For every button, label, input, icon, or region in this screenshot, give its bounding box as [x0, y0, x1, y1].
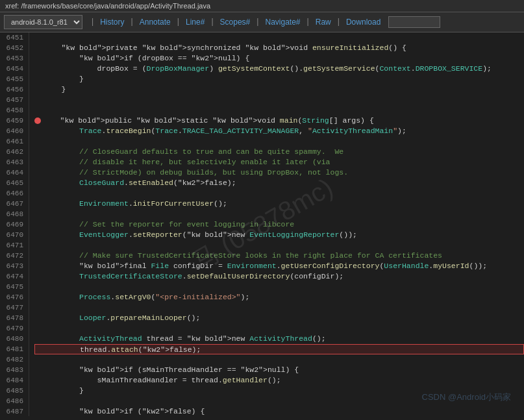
code-line: "kw bold">if ("kw2">false) { — [34, 406, 524, 416]
code-line: // Make sure TrustedCertificateStore loo… — [34, 251, 524, 261]
line-number: 6462 — [3, 147, 23, 157]
nav-separator-4: | — [255, 18, 260, 27]
line-number: 6468 — [3, 209, 23, 219]
code-line: // StrictMode) on debug builds, but usin… — [34, 167, 524, 178]
code-line: "kw bold">if (sMainThreadHandler == "kw2… — [34, 365, 524, 375]
line-number: 6475 — [3, 282, 23, 292]
code-line — [34, 303, 524, 313]
line-number: 6473 — [3, 261, 23, 271]
line-number: 6457 — [3, 95, 23, 105]
code-container: 马 (05878mc) CSDN @Android小码家 64516452645… — [0, 32, 524, 416]
line-number: 6485 — [3, 386, 23, 396]
code-line — [34, 323, 524, 334]
nav-link-download[interactable]: Download — [343, 16, 383, 28]
code-line — [34, 105, 524, 116]
line-number: 6464 — [3, 167, 23, 178]
line-number: 6463 — [3, 157, 23, 167]
nav-separator-1: | — [130, 18, 134, 27]
code-line: EventLogger.setReporter("kw bold">new Ev… — [34, 230, 524, 240]
line-number: 6461 — [3, 136, 23, 147]
nav-link-navigate[interactable]: Navigate# — [262, 16, 303, 28]
line-number: 6474 — [3, 271, 23, 282]
code-line: } — [34, 386, 524, 396]
code-line: "kw bold">if (dropBox == "kw2">null) { — [34, 53, 524, 64]
code-line: Looper.prepareMainLooper(); — [34, 313, 524, 323]
code-line: sMainThreadHandler = thread.getHandler()… — [34, 375, 524, 386]
line-number: 6477 — [3, 303, 23, 313]
line-number: 6486 — [3, 396, 23, 406]
line-number: 6487 — [3, 406, 23, 416]
code-line — [34, 32, 524, 43]
code-line — [34, 95, 524, 105]
top-bar: xref: /frameworks/base/core/java/android… — [0, 0, 524, 12]
line-number: 6455 — [3, 74, 23, 84]
code-line: "kw bold">private "kw bold">synchronized… — [34, 43, 524, 53]
code-line — [34, 354, 524, 365]
line-numbers: 6451645264536454645564566457645864596460… — [0, 32, 29, 416]
line-number: 6478 — [3, 313, 23, 323]
line-number: 6459 — [3, 116, 23, 126]
line-number: 6481 — [3, 344, 23, 354]
code-line: ActivityThread thread = "kw bold">new Ac… — [34, 334, 524, 344]
code-line: } — [34, 84, 524, 95]
code-line: Trace.traceBegin(Trace.TRACE_TAG_ACTIVIT… — [34, 126, 524, 136]
line-number: 6471 — [3, 240, 23, 251]
line-number: 6453 — [3, 53, 23, 64]
line-number: 6452 — [3, 43, 23, 53]
code-line: TrustedCertificateStore.setDefaultUserDi… — [34, 271, 524, 282]
line-number: 6458 — [3, 105, 23, 116]
line-number: 6470 — [3, 230, 23, 240]
line-number: 6465 — [3, 178, 23, 188]
code-line — [34, 396, 524, 406]
code-line — [34, 136, 524, 147]
nav-link-scopes[interactable]: Scopes# — [218, 16, 253, 28]
nav-separator-3: | — [210, 18, 214, 27]
line-number: 6467 — [3, 199, 23, 209]
line-number: 6456 — [3, 84, 23, 95]
nav-link-raw[interactable]: Raw — [313, 16, 334, 28]
code-line: dropBox = (DropBoxManager) getSystemCont… — [34, 64, 524, 74]
code-line — [34, 209, 524, 219]
line-number: 6451 — [3, 32, 23, 43]
line-number: 6460 — [3, 126, 23, 136]
nav-link-history[interactable]: History — [97, 16, 127, 28]
line-number: 6480 — [3, 334, 23, 344]
nav-search-input[interactable] — [388, 16, 440, 28]
code-line — [34, 240, 524, 251]
code-line: "kw bold">public "kw bold">static "kw bo… — [34, 116, 524, 126]
nav-separator-6: | — [336, 18, 341, 27]
line-number: 6476 — [3, 292, 23, 303]
nav-link-annotate[interactable]: Annotate — [137, 16, 173, 28]
line-number: 6483 — [3, 365, 23, 375]
code-line: // disable it here, but selectively enab… — [34, 157, 524, 167]
code-line: "kw bold">final File configDir = Environ… — [34, 261, 524, 271]
version-select[interactable]: android-8.1.0_r81 — [4, 15, 82, 29]
line-number: 6472 — [3, 251, 23, 261]
line-number: 6469 — [3, 219, 23, 230]
line-number: 6454 — [3, 64, 23, 74]
code-line: // CloseGuard defaults to true and can b… — [34, 147, 524, 157]
line-number: 6479 — [3, 323, 23, 334]
nav-separator-0: | — [90, 18, 95, 27]
code-line: } — [34, 74, 524, 84]
code-line: // Set the reporter for event logging in… — [34, 219, 524, 230]
code-line: thread.attach("kw2">false); — [34, 344, 524, 354]
code-area: "kw bold">private "kw bold">synchronized… — [29, 32, 524, 416]
line-number: 6484 — [3, 375, 23, 386]
line-number: 6482 — [3, 354, 23, 365]
code-line — [34, 188, 524, 199]
code-line: Environment.initForCurrentUser(); — [34, 199, 524, 209]
nav-separator-2: | — [176, 18, 181, 27]
code-line: Process.setArgV0("<pre-initialized>"); — [34, 292, 524, 303]
file-path: xref: /frameworks/base/core/java/android… — [5, 2, 210, 10]
line-number: 6466 — [3, 188, 23, 199]
nav-link-line[interactable]: Line# — [183, 16, 207, 28]
code-line: CloseGuard.setEnabled("kw2">false); — [34, 178, 524, 188]
nav-separator-5: | — [306, 18, 310, 27]
nav-bar: android-8.1.0_r81 | History | Annotate |… — [0, 12, 524, 32]
code-line — [34, 282, 524, 292]
